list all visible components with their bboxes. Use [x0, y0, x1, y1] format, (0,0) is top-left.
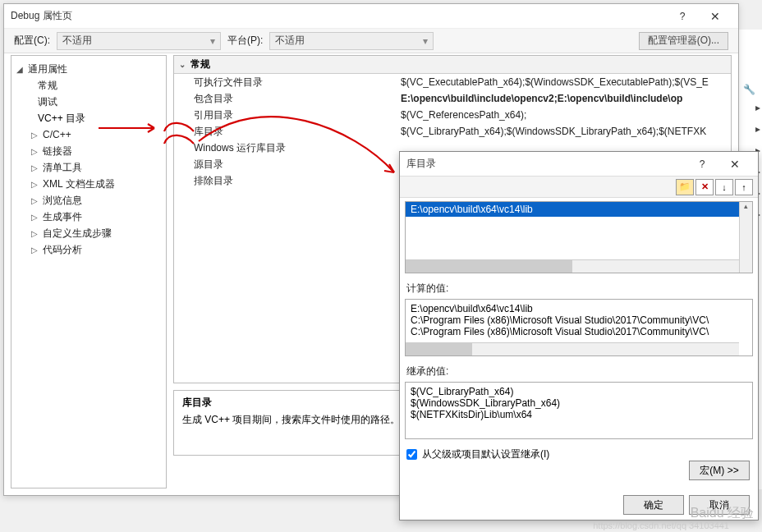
expand-icon: ▷ [31, 213, 43, 222]
tree-item-codeanalysis[interactable]: ▷代码分析 [13, 241, 164, 258]
config-label: 配置(C): [14, 34, 50, 48]
inherited-value: $(WindowsSDK_LibraryPath_x64) [411, 397, 747, 409]
expand-icon: ▷ [31, 180, 43, 189]
help-icon[interactable]: ? [666, 11, 699, 22]
expand-icon: ▷ [31, 196, 43, 205]
tree-item-cpp[interactable]: ▷C/C++ [13, 126, 164, 143]
inherited-values-box: $(VC_LibraryPath_x64) $(WindowsSDK_Libra… [405, 382, 753, 439]
wrench-icon[interactable]: 🔧 [743, 84, 755, 95]
window-title: Debug 属性页 [11, 9, 666, 23]
popup-toolbar: 📁 ✕ ↓ ↑ [400, 177, 758, 198]
vertical-scrollbar[interactable] [739, 202, 752, 273]
move-up-button[interactable]: ↑ [735, 179, 753, 195]
inherit-checkbox[interactable] [406, 449, 417, 460]
config-manager-button[interactable]: 配置管理器(O)... [639, 32, 728, 50]
expand-icon: ▷ [31, 229, 43, 238]
row-ref-dirs[interactable]: 引用目录$(VC_ReferencesPath_x64); [174, 107, 731, 123]
tree-root-label: 通用属性 [28, 62, 67, 76]
expand-icon: ▷ [31, 163, 43, 172]
category-tree[interactable]: ◢通用属性 常规 调试 VC++ 目录 ▷C/C++ ▷链接器 ▷清单工具 ▷X… [11, 55, 167, 488]
tree-item-manifest[interactable]: ▷清单工具 [13, 159, 164, 176]
popup-button-row: 确定 取消 [623, 495, 750, 515]
tree-item-browse[interactable]: ▷浏览信息 [13, 192, 164, 209]
tree-item-custombuild[interactable]: ▷自定义生成步骤 [13, 225, 164, 241]
section-header[interactable]: ⌄常规 [174, 56, 731, 74]
inherited-value: $(VC_LibraryPath_x64) [411, 386, 747, 397]
section-title: 常规 [190, 57, 210, 71]
config-row: 配置(C): 不适用 平台(P): 不适用 配置管理器(O)... [4, 29, 738, 53]
config-value: 不适用 [62, 34, 92, 48]
help-icon[interactable]: ? [686, 158, 718, 170]
collapse-icon: ⌄ [179, 60, 190, 69]
computed-label: 计算的值: [406, 282, 751, 296]
row-exec-dirs[interactable]: 可执行文件目录$(VC_ExecutablePath_x64);$(Window… [174, 74, 731, 90]
horizontal-scrollbar[interactable] [406, 259, 739, 273]
expand-icon: ▷ [31, 147, 43, 156]
inherit-checkbox-label: 从父级或项目默认设置继承(I) [422, 447, 549, 461]
ok-button[interactable]: 确定 [623, 495, 684, 515]
platform-dropdown[interactable]: 不适用 [269, 32, 434, 50]
config-manager-label: 配置管理器(O)... [648, 34, 719, 48]
popup-titlebar: 库目录 ? ✕ [400, 152, 758, 177]
platform-label: 平台(P): [227, 34, 263, 48]
titlebar: Debug 属性页 ? ✕ [4, 4, 738, 29]
row-include-dirs[interactable]: 包含目录E:\opencv\build\include\opencv2;E:\o… [174, 90, 731, 107]
computed-value: C:\Program Files (x86)\Microsoft Visual … [411, 326, 747, 337]
inherit-checkbox-row[interactable]: 从父级或项目默认设置继承(I) [406, 447, 751, 461]
directory-list[interactable]: E:\opencv\build\x64\vc14\lib [405, 201, 753, 273]
close-icon[interactable]: ✕ [699, 10, 732, 23]
inherited-label: 继承的值: [406, 365, 751, 378]
tree-item-xmldoc[interactable]: ▷XML 文档生成器 [13, 176, 164, 192]
tree-item-buildevents[interactable]: ▷生成事件 [13, 209, 164, 225]
tree-item-debug[interactable]: 调试 [13, 94, 164, 110]
lib-dirs-editor: 库目录 ? ✕ 📁 ✕ ↓ ↑ E:\opencv\build\x64\vc14… [399, 151, 759, 521]
computed-value: C:\Program Files (x86)\Microsoft Visual … [411, 314, 747, 326]
move-down-button[interactable]: ↓ [715, 179, 733, 195]
watermark-url: https://blog.csdn.net/qq 34103441 [593, 521, 729, 530]
row-lib-dirs[interactable]: 库目录$(VC_LibraryPath_x64);$(WindowsSDK_Li… [174, 123, 731, 140]
cancel-button[interactable]: 取消 [689, 495, 750, 515]
expand-icon: ▷ [31, 131, 43, 140]
close-icon[interactable]: ✕ [718, 158, 751, 171]
tree-item-general[interactable]: 常规 [13, 77, 164, 94]
computed-value: E:\opencv\build\x64\vc14\lib [411, 303, 747, 314]
horizontal-scrollbar[interactable] [406, 342, 739, 355]
collapse-icon: ◢ [16, 65, 28, 74]
expand-icon: ▷ [31, 245, 43, 255]
computed-values-box: E:\opencv\build\x64\vc14\lib C:\Program … [405, 299, 753, 356]
inherited-value: $(NETFXKitsDir)Lib\um\x64 [411, 409, 747, 420]
list-item[interactable]: E:\opencv\build\x64\vc14\lib [406, 202, 752, 217]
popup-title: 库目录 [406, 157, 686, 171]
platform-value: 不适用 [275, 34, 305, 48]
macros-button[interactable]: 宏(M) >> [689, 461, 750, 480]
delete-button[interactable]: ✕ [695, 179, 714, 195]
config-dropdown[interactable]: 不适用 [57, 32, 221, 50]
new-line-button[interactable]: 📁 [676, 179, 694, 195]
tree-root[interactable]: ◢通用属性 [13, 61, 164, 77]
tree-item-vcdirs[interactable]: VC++ 目录 [13, 110, 164, 126]
tree-item-linker[interactable]: ▷链接器 [13, 143, 164, 159]
